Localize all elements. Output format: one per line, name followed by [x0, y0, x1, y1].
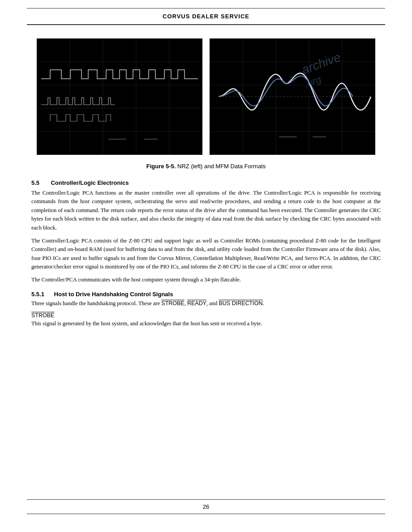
content-area: archive .org Figure 5-5. NRZ (left) and …	[0, 25, 412, 346]
mfm-oscilloscope: archive .org	[210, 38, 375, 155]
ready-signal: READY	[187, 300, 206, 306]
header-area: CORVUS DEALER SERVICE	[0, 0, 412, 25]
figure-caption-label: Figure 5-5.	[146, 163, 176, 170]
footer-area: 26	[0, 499, 412, 514]
intro-text: Three signals handle the handshaking pro…	[31, 300, 160, 306]
section-5-5-heading: 5.5 Controller/Logic Electronics	[31, 179, 381, 186]
strobe-description: This signal is generated by the host sys…	[31, 319, 381, 328]
figure-caption: Figure 5-5. NRZ (left) and MFM Data Form…	[31, 163, 381, 170]
section-5-5-number: 5.5	[31, 179, 39, 186]
strobe-signal: STROBE	[161, 300, 184, 306]
section-5-5-para1: The Controller/Logic PCA functions as th…	[31, 189, 381, 232]
section-5-5-1-title: Host to Drive Handshaking Control Signal…	[54, 291, 173, 298]
section-5-5-1-intro: Three signals handle the handshaking pro…	[31, 299, 381, 308]
bus-direction-signal: BUS DIRECTION	[219, 300, 262, 306]
footer-page-number: 26	[27, 503, 385, 510]
figure-caption-text: NRZ (left) and MFM Data Formats	[177, 163, 266, 170]
mfm-image: archive .org	[210, 38, 375, 155]
section-5-5-title: Controller/Logic Electronics	[51, 179, 129, 186]
section-5-5-1-number: 5.5.1	[31, 291, 44, 298]
header-title: CORVUS DEALER SERVICE	[27, 11, 385, 21]
section-5-5-para3: The Controller/PCA communicates with the…	[31, 276, 381, 284]
figure-row: archive .org	[31, 38, 381, 155]
footer-rule-bottom	[27, 514, 385, 514]
page: CORVUS DEALER SERVICE	[0, 0, 412, 532]
strobe-label: STROBE	[31, 312, 381, 319]
header-rule-top	[27, 8, 385, 9]
footer-rule-top	[27, 499, 385, 500]
nrz-oscilloscope	[37, 38, 202, 155]
nrz-image	[37, 38, 202, 155]
svg-rect-0	[37, 38, 202, 155]
section-5-5-1-heading: 5.5.1 Host to Drive Handshaking Control …	[31, 291, 381, 298]
signal-strobe: STROBE, READY, and BUS DIRECTION.	[161, 300, 264, 306]
section-5-5-para2: The Controller/Logic PCA consists of the…	[31, 237, 381, 272]
